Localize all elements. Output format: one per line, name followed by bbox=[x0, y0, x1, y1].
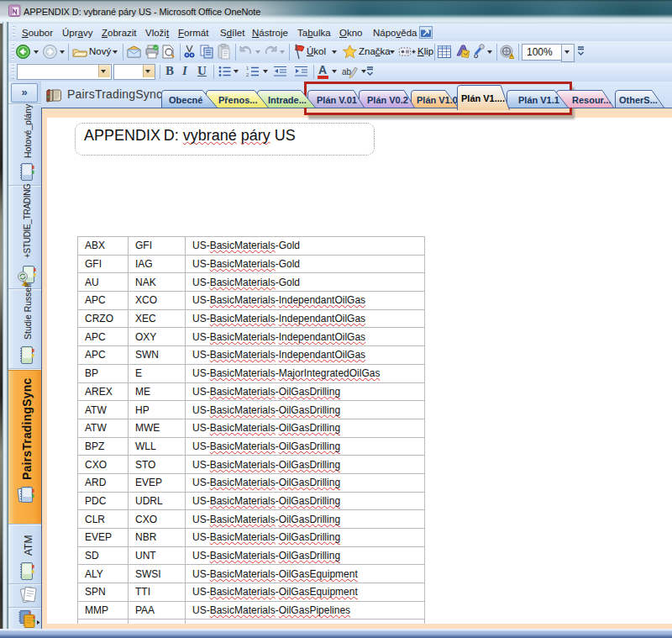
svg-text:Obecné: Obecné bbox=[169, 95, 202, 105]
svg-text:Intrade...: Intrade... bbox=[268, 95, 307, 105]
svg-text:Plán V0.2: Plán V0.2 bbox=[367, 95, 408, 105]
svg-text:Přenos...: Přenos... bbox=[218, 95, 257, 105]
svg-text:OtherS...: OtherS... bbox=[619, 95, 658, 105]
svg-text:Plán V1....: Plán V1.... bbox=[461, 93, 505, 103]
svg-text:Plán V.01: Plán V.01 bbox=[317, 95, 357, 105]
svg-text:Plán V1.1: Plán V1.1 bbox=[518, 95, 559, 105]
svg-text:Plán V1.0: Plán V1.0 bbox=[417, 95, 458, 105]
svg-text:Resour...: Resour... bbox=[572, 95, 611, 105]
